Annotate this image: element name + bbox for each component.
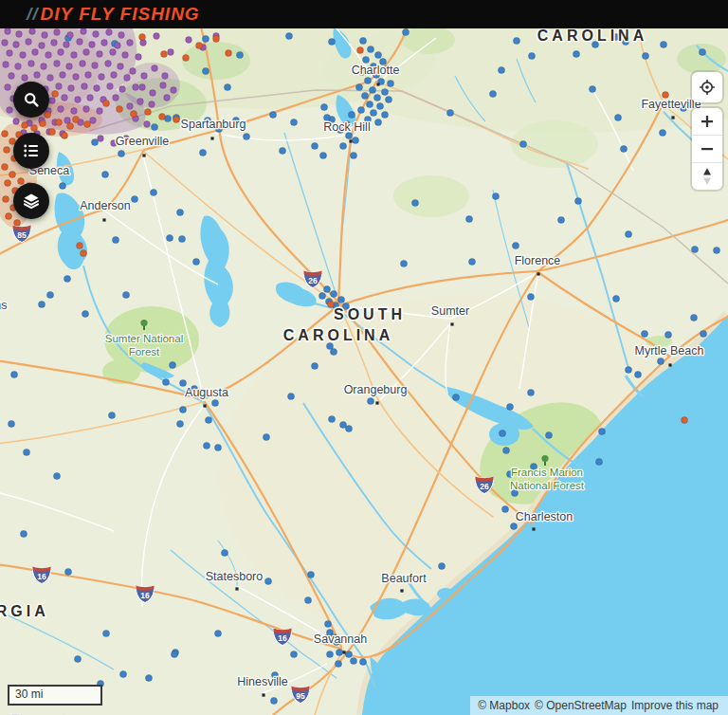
spot-marker-purple[interactable] <box>42 32 48 39</box>
spot-marker-purple[interactable] <box>162 73 169 80</box>
spot-marker-purple[interactable] <box>15 64 22 70</box>
spot-marker-orange[interactable] <box>173 117 180 123</box>
spot-marker-blue[interactable] <box>527 293 534 300</box>
spot-marker-orange[interactable] <box>226 50 232 57</box>
spot-marker-purple[interactable] <box>26 39 32 46</box>
spot-marker-orange[interactable] <box>103 101 110 107</box>
spot-marker-purple[interactable] <box>149 101 155 108</box>
spot-marker-orange[interactable] <box>131 111 137 118</box>
spot-marker-blue[interactable] <box>659 129 665 136</box>
spot-marker-blue[interactable] <box>660 41 666 47</box>
spot-marker-purple[interactable] <box>66 64 73 70</box>
spot-marker-orange[interactable] <box>6 213 12 220</box>
spot-marker-blue[interactable] <box>361 92 368 99</box>
spot-marker-orange[interactable] <box>2 131 9 138</box>
spot-marker-purple[interactable] <box>87 95 94 101</box>
spot-marker-purple[interactable] <box>82 83 88 90</box>
spot-marker-orange[interactable] <box>49 129 56 136</box>
spot-marker-blue[interactable] <box>489 90 496 97</box>
spot-marker-blue[interactable] <box>357 106 364 113</box>
spot-marker-blue[interactable] <box>38 301 45 307</box>
spot-marker-blue[interactable] <box>263 433 269 440</box>
spot-marker-blue[interactable] <box>53 472 60 479</box>
spot-marker-blue[interactable] <box>287 393 294 399</box>
spot-marker-blue[interactable] <box>131 195 137 202</box>
spot-marker-blue[interactable] <box>203 442 209 449</box>
spot-marker-blue[interactable] <box>362 56 369 63</box>
spot-marker-purple[interactable] <box>20 52 27 59</box>
spot-marker-purple[interactable] <box>164 95 171 101</box>
spot-marker-blue[interactable] <box>573 50 579 57</box>
spot-marker-blue[interactable] <box>557 216 564 223</box>
spot-marker-blue[interactable] <box>64 568 71 575</box>
spot-marker-blue[interactable] <box>214 444 221 450</box>
spot-marker-blue[interactable] <box>162 378 169 385</box>
spot-marker-blue[interactable] <box>179 406 186 412</box>
spot-marker-blue[interactable] <box>528 52 535 59</box>
spot-marker-blue[interactable] <box>264 578 271 584</box>
spot-marker-orange[interactable] <box>62 133 68 139</box>
spot-marker-blue[interactable] <box>598 428 605 434</box>
spot-marker-orange[interactable] <box>4 147 10 154</box>
spot-marker-purple[interactable] <box>141 73 148 80</box>
spot-marker-blue[interactable] <box>150 189 156 195</box>
spot-marker-purple[interactable] <box>13 42 20 48</box>
layers-button[interactable] <box>13 183 49 219</box>
spot-marker-orange[interactable] <box>31 125 38 132</box>
spot-marker-blue[interactable] <box>323 285 330 292</box>
spot-marker-blue[interactable] <box>236 51 243 58</box>
spot-marker-blue[interactable] <box>370 109 376 116</box>
spot-marker-blue[interactable] <box>221 549 228 556</box>
spot-marker-blue[interactable] <box>614 114 621 120</box>
spot-marker-blue[interactable] <box>91 138 98 145</box>
spot-marker-blue[interactable] <box>319 152 326 158</box>
spot-marker-purple[interactable] <box>71 108 78 115</box>
spot-marker-purple[interactable] <box>97 108 103 115</box>
spot-marker-purple[interactable] <box>90 118 97 124</box>
spot-marker-purple[interactable] <box>47 75 54 82</box>
spot-marker-blue[interactable] <box>202 67 209 74</box>
spot-marker-orange[interactable] <box>67 123 74 130</box>
spot-marker-blue[interactable] <box>620 145 627 152</box>
spot-marker-blue[interactable] <box>169 361 175 368</box>
spot-marker-purple[interactable] <box>139 84 146 91</box>
spot-marker-blue[interactable] <box>108 412 115 418</box>
zoom-in-button[interactable] <box>692 108 722 135</box>
spot-marker-blue[interactable] <box>345 425 352 431</box>
spot-marker-orange[interactable] <box>183 55 190 62</box>
spot-marker-blue[interactable] <box>82 310 88 317</box>
spot-marker-purple[interactable] <box>94 85 100 92</box>
spot-marker-purple[interactable] <box>115 43 121 49</box>
spot-marker-purple[interactable] <box>41 64 47 70</box>
spot-marker-purple[interactable] <box>60 72 66 79</box>
spot-marker-purple[interactable] <box>130 68 136 75</box>
spot-marker-blue[interactable] <box>336 649 342 655</box>
spot-marker-blue[interactable] <box>307 571 314 578</box>
spot-marker-blue[interactable] <box>374 51 381 58</box>
spot-marker-blue[interactable] <box>290 119 297 125</box>
spot-marker-blue[interactable] <box>574 197 581 204</box>
spot-marker-purple[interactable] <box>119 86 126 93</box>
spot-marker-purple[interactable] <box>7 50 13 57</box>
spot-marker-blue[interactable] <box>468 258 475 265</box>
spot-marker-blue[interactable] <box>345 651 352 657</box>
geolocate-button[interactable] <box>692 72 722 102</box>
spot-marker-blue[interactable] <box>59 182 65 189</box>
spot-marker-blue[interactable] <box>352 137 358 143</box>
spot-marker-blue[interactable] <box>641 330 647 337</box>
spot-marker-purple[interactable] <box>89 42 96 48</box>
spot-marker-blue[interactable] <box>311 142 318 149</box>
spot-marker-blue[interactable] <box>589 85 595 92</box>
spot-marker-blue[interactable] <box>657 358 664 364</box>
spot-marker-blue[interactable] <box>8 420 14 427</box>
compass-button[interactable] <box>692 162 722 190</box>
spot-marker-blue[interactable] <box>519 140 526 147</box>
spot-marker-orange[interactable] <box>73 117 80 123</box>
spot-marker-orange[interactable] <box>84 121 91 128</box>
spot-marker-orange[interactable] <box>40 120 46 127</box>
spot-marker-purple[interactable] <box>7 107 13 114</box>
spot-marker-blue[interactable] <box>367 397 373 404</box>
spot-marker-blue[interactable] <box>176 209 183 215</box>
spot-marker-blue[interactable] <box>438 562 445 569</box>
attribution-improve-link[interactable]: Improve this map <box>631 699 719 712</box>
